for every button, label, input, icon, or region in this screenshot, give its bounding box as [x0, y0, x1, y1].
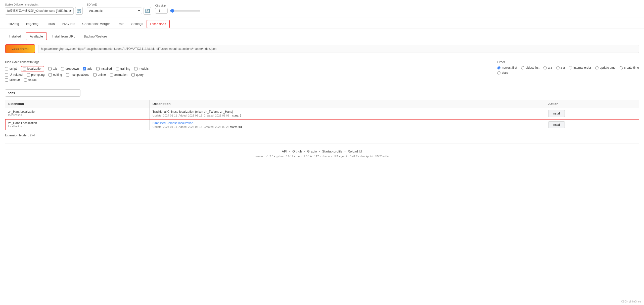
filter-animation-checkbox[interactable]	[110, 73, 113, 77]
ext-name: zh_Hant Localization	[8, 110, 36, 113]
sub-tab-installed[interactable]: Installed	[5, 32, 25, 40]
ext-tag: localization	[8, 113, 146, 117]
ext-name-cell: zh_Hant Localization localization	[5, 108, 150, 119]
install-button-2[interactable]: Install	[548, 121, 565, 128]
filter-online[interactable]: online	[93, 73, 106, 77]
filter-prompting[interactable]: prompting	[27, 73, 44, 77]
footer-link-gradio[interactable]: Gradio	[307, 149, 317, 153]
order-z-a-radio[interactable]	[556, 66, 560, 69]
clip-skip-slider[interactable]	[170, 10, 200, 12]
filter-script[interactable]: script	[5, 67, 17, 70]
order-stars-radio[interactable]	[497, 71, 500, 74]
filter-localization[interactable]: localization	[21, 66, 44, 71]
filter-ads[interactable]: ads	[83, 67, 92, 70]
ext-stars: stars: 3	[232, 114, 241, 117]
sub-tab-backup-restore[interactable]: Backup/Restore	[80, 32, 111, 40]
filter-science-checkbox[interactable]	[5, 78, 8, 82]
filter-animation[interactable]: animation	[110, 73, 127, 77]
footer-link-reload-ui[interactable]: Reload UI	[348, 149, 362, 153]
content: Installed Available Install from URL Bac…	[0, 28, 644, 166]
col-action: Action	[545, 100, 639, 108]
filter-query-checkbox[interactable]	[131, 73, 135, 77]
filter-query[interactable]: query	[131, 73, 144, 77]
filter-script-checkbox[interactable]	[5, 67, 8, 70]
install-button-1[interactable]: Install	[548, 110, 565, 117]
order-a-z[interactable]: a-z	[543, 66, 552, 69]
order-create-time[interactable]: create time	[620, 66, 639, 69]
filter-manipulations-checkbox[interactable]	[66, 73, 69, 77]
vae-select[interactable]: Automatic ▾	[87, 8, 142, 14]
vae-refresh-button[interactable]: 🔄	[144, 7, 151, 15]
order-section: Order newest first oldest first a-z z-a …	[497, 60, 639, 83]
order-update-time-radio[interactable]	[595, 66, 599, 69]
filter-ui-related-checkbox[interactable]	[5, 73, 8, 77]
filter-online-checkbox[interactable]	[93, 73, 97, 77]
filter-ads-checkbox[interactable]	[83, 67, 86, 70]
top-bar: Stable Diffusion checkpoint lu简笔画风卡通模型_v…	[0, 0, 644, 18]
filter-models[interactable]: models	[134, 67, 149, 70]
filter-extras-checkbox[interactable]	[24, 78, 27, 82]
checkpoint-select[interactable]: lu简笔画风卡通模型_v2.safetensors [fd5f23adc ▾	[5, 7, 74, 15]
sub-tab-install-from-url[interactable]: Install from URL	[48, 32, 79, 40]
tab-extensions[interactable]: Extensions	[147, 20, 170, 28]
tab-extras[interactable]: Extras	[42, 20, 58, 28]
order-row-1: newest first oldest first a-z z-a intern…	[497, 66, 639, 69]
filter-extras[interactable]: extras	[24, 78, 37, 82]
filter-tab-checkbox[interactable]	[48, 67, 52, 70]
filter-training-checkbox[interactable]	[116, 67, 119, 70]
tab-png-info[interactable]: PNG Info	[58, 20, 79, 28]
order-a-z-radio[interactable]	[543, 66, 547, 69]
checkpoint-refresh-button[interactable]: 🔄	[75, 7, 83, 15]
filter-tab[interactable]: tab	[48, 67, 57, 70]
filter-row-2: UI related prompting editing manipulatio…	[5, 73, 487, 77]
filter-science[interactable]: science	[5, 78, 20, 82]
filter-installed-checkbox[interactable]	[96, 67, 100, 70]
filter-ui-related[interactable]: UI related	[5, 73, 23, 77]
order-create-time-radio[interactable]	[620, 66, 623, 69]
order-label: Order	[497, 60, 639, 64]
filter-editing[interactable]: editing	[49, 73, 62, 77]
order-newest-first[interactable]: newest first	[497, 66, 517, 69]
order-internal-order[interactable]: internal order	[569, 66, 591, 69]
filter-dropdown[interactable]: dropdown	[61, 67, 79, 70]
clip-skip-input[interactable]	[155, 8, 168, 14]
order-stars[interactable]: stars	[497, 71, 508, 74]
ext-action-cell: Install	[545, 119, 639, 131]
order-oldest-first[interactable]: oldest first	[521, 66, 539, 69]
order-internal-order-radio[interactable]	[569, 66, 572, 69]
tab-txt2img[interactable]: txt2img	[5, 20, 23, 28]
tab-img2img[interactable]: img2img	[23, 20, 42, 28]
footer: API • Github • Gradio • Startup profile …	[5, 143, 639, 162]
clip-skip-label: Clip skip	[155, 4, 200, 7]
load-from-button[interactable]: Load from:	[5, 44, 35, 53]
clip-skip-section: Clip skip	[155, 4, 200, 14]
tab-checkpoint-merger[interactable]: Checkpoint Merger	[79, 20, 113, 28]
ext-action-cell: Install	[545, 108, 639, 119]
footer-link-api[interactable]: API	[282, 149, 287, 153]
footer-link-startup-profile[interactable]: Startup profile	[322, 149, 342, 153]
tab-settings[interactable]: Settings	[128, 20, 147, 28]
order-z-a[interactable]: z-a	[556, 66, 565, 69]
extensions-table: Extension Description Action zh_Hant Loc…	[5, 100, 639, 131]
sub-tab-available[interactable]: Available	[26, 32, 47, 40]
order-update-time[interactable]: update time	[595, 66, 616, 69]
filter-models-checkbox[interactable]	[134, 67, 137, 70]
filter-localization-checkbox[interactable]	[23, 67, 26, 70]
load-from-url: https://mirror.ghproxy.com/https://raw.g…	[38, 45, 639, 53]
footer-links: API • Github • Gradio • Startup profile …	[5, 149, 639, 153]
footer-link-github[interactable]: Github	[292, 149, 302, 153]
filter-training[interactable]: training	[116, 67, 130, 70]
sub-tabs: Installed Available Install from URL Bac…	[5, 32, 639, 40]
filter-prompting-checkbox[interactable]	[27, 73, 30, 77]
ext-description: Traditional Chinese localization (mixin …	[153, 110, 542, 113]
search-input[interactable]	[5, 89, 80, 97]
order-oldest-first-radio[interactable]	[521, 66, 524, 69]
filter-installed[interactable]: installed	[96, 67, 112, 70]
checkpoint-section: Stable Diffusion checkpoint lu简笔画风卡通模型_v…	[5, 3, 83, 15]
ext-description-link[interactable]: Simplified Chinese localization.	[153, 121, 194, 125]
filter-editing-checkbox[interactable]	[49, 73, 52, 77]
tab-train[interactable]: Train	[113, 20, 128, 28]
filter-manipulations[interactable]: manipulations	[66, 73, 89, 77]
filter-dropdown-checkbox[interactable]	[61, 67, 64, 70]
order-newest-first-radio[interactable]	[497, 66, 500, 69]
